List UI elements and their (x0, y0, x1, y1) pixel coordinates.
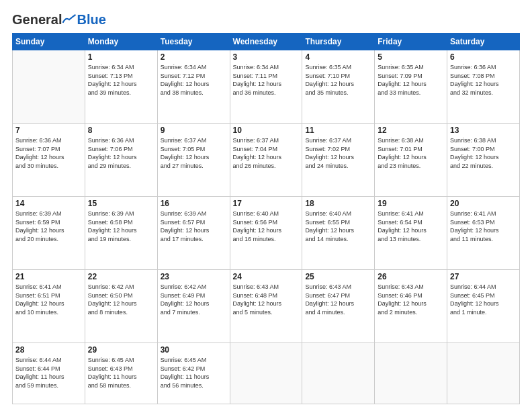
day-info: Sunrise: 6:44 AM Sunset: 6:44 PM Dayligh… (15, 356, 82, 390)
weekday-header-tuesday: Tuesday (157, 34, 230, 50)
day-info: Sunrise: 6:43 AM Sunset: 6:47 PM Dayligh… (305, 283, 371, 316)
calendar-cell: 27Sunrise: 6:44 AM Sunset: 6:45 PM Dayli… (447, 270, 520, 343)
calendar-cell: 29Sunrise: 6:45 AM Sunset: 6:43 PM Dayli… (85, 343, 157, 404)
day-number: 14 (15, 199, 82, 208)
day-info: Sunrise: 6:39 AM Sunset: 6:58 PM Dayligh… (88, 210, 154, 243)
day-number: 6 (450, 52, 517, 62)
calendar-cell: 14Sunrise: 6:39 AM Sunset: 6:59 PM Dayli… (13, 197, 85, 270)
weekday-header-sunday: Sunday (13, 34, 85, 50)
day-info: Sunrise: 6:42 AM Sunset: 6:50 PM Dayligh… (88, 283, 154, 316)
calendar-cell: 7Sunrise: 6:36 AM Sunset: 7:07 PM Daylig… (13, 124, 85, 197)
day-number: 30 (161, 345, 227, 355)
day-info: Sunrise: 6:43 AM Sunset: 6:46 PM Dayligh… (378, 283, 444, 316)
calendar-cell: 15Sunrise: 6:39 AM Sunset: 6:58 PM Dayli… (85, 197, 157, 270)
calendar-cell: 21Sunrise: 6:41 AM Sunset: 6:51 PM Dayli… (13, 270, 85, 343)
day-number: 24 (233, 272, 300, 281)
day-number: 28 (15, 345, 82, 355)
calendar-cell: 4Sunrise: 6:35 AM Sunset: 7:10 PM Daylig… (302, 50, 375, 124)
day-number: 7 (15, 126, 82, 135)
week-row-2: 7Sunrise: 6:36 AM Sunset: 7:07 PM Daylig… (13, 124, 520, 197)
day-info: Sunrise: 6:40 AM Sunset: 6:55 PM Dayligh… (305, 210, 371, 243)
day-info: Sunrise: 6:40 AM Sunset: 6:56 PM Dayligh… (233, 210, 300, 243)
calendar-cell: 17Sunrise: 6:40 AM Sunset: 6:56 PM Dayli… (230, 197, 302, 270)
weekday-header-wednesday: Wednesday (230, 34, 302, 50)
logo: GeneralBlue (12, 12, 106, 28)
day-info: Sunrise: 6:38 AM Sunset: 7:00 PM Dayligh… (450, 136, 517, 170)
calendar-cell: 1Sunrise: 6:34 AM Sunset: 7:13 PM Daylig… (85, 50, 157, 124)
day-info: Sunrise: 6:35 AM Sunset: 7:09 PM Dayligh… (378, 63, 444, 97)
day-number: 4 (305, 52, 371, 62)
calendar-cell: 3Sunrise: 6:34 AM Sunset: 7:11 PM Daylig… (230, 50, 302, 124)
day-number: 11 (305, 126, 371, 135)
weekday-header-row: SundayMondayTuesdayWednesdayThursdayFrid… (13, 34, 520, 50)
calendar-cell: 25Sunrise: 6:43 AM Sunset: 6:47 PM Dayli… (302, 270, 375, 343)
calendar-cell: 30Sunrise: 6:45 AM Sunset: 6:42 PM Dayli… (157, 343, 230, 404)
week-row-3: 14Sunrise: 6:39 AM Sunset: 6:59 PM Dayli… (13, 197, 520, 270)
day-number: 20 (450, 199, 517, 208)
day-number: 29 (88, 345, 154, 355)
calendar-cell: 28Sunrise: 6:44 AM Sunset: 6:44 PM Dayli… (13, 343, 85, 404)
day-info: Sunrise: 6:45 AM Sunset: 6:42 PM Dayligh… (161, 356, 227, 390)
calendar-cell (302, 343, 375, 404)
calendar-cell: 6Sunrise: 6:36 AM Sunset: 7:08 PM Daylig… (447, 50, 520, 124)
calendar-cell: 22Sunrise: 6:42 AM Sunset: 6:50 PM Dayli… (85, 270, 157, 343)
day-info: Sunrise: 6:36 AM Sunset: 7:07 PM Dayligh… (15, 136, 82, 170)
day-info: Sunrise: 6:37 AM Sunset: 7:04 PM Dayligh… (233, 136, 300, 170)
calendar-cell: 16Sunrise: 6:39 AM Sunset: 6:57 PM Dayli… (157, 197, 230, 270)
day-info: Sunrise: 6:34 AM Sunset: 7:12 PM Dayligh… (161, 63, 227, 97)
calendar-cell: 26Sunrise: 6:43 AM Sunset: 6:46 PM Dayli… (375, 270, 447, 343)
logo-blue-text: Blue (77, 12, 105, 28)
calendar-cell: 5Sunrise: 6:35 AM Sunset: 7:09 PM Daylig… (375, 50, 447, 124)
day-info: Sunrise: 6:37 AM Sunset: 7:02 PM Dayligh… (305, 136, 371, 170)
day-info: Sunrise: 6:36 AM Sunset: 7:06 PM Dayligh… (88, 136, 154, 170)
day-number: 16 (161, 199, 227, 208)
logo-icon (62, 13, 77, 28)
weekday-header-monday: Monday (85, 34, 157, 50)
day-number: 3 (233, 52, 300, 62)
weekday-header-saturday: Saturday (447, 34, 520, 50)
day-info: Sunrise: 6:35 AM Sunset: 7:10 PM Dayligh… (305, 63, 371, 97)
week-row-4: 21Sunrise: 6:41 AM Sunset: 6:51 PM Dayli… (13, 270, 520, 343)
day-info: Sunrise: 6:38 AM Sunset: 7:01 PM Dayligh… (378, 136, 444, 170)
day-number: 13 (450, 126, 517, 135)
day-number: 9 (161, 126, 227, 135)
day-number: 26 (378, 272, 444, 281)
week-row-1: 1Sunrise: 6:34 AM Sunset: 7:13 PM Daylig… (13, 50, 520, 124)
day-number: 10 (233, 126, 300, 135)
calendar-cell: 11Sunrise: 6:37 AM Sunset: 7:02 PM Dayli… (302, 124, 375, 197)
day-info: Sunrise: 6:39 AM Sunset: 6:59 PM Dayligh… (15, 210, 82, 243)
calendar-cell (230, 343, 302, 404)
day-info: Sunrise: 6:41 AM Sunset: 6:54 PM Dayligh… (378, 210, 444, 243)
calendar-cell: 12Sunrise: 6:38 AM Sunset: 7:01 PM Dayli… (375, 124, 447, 197)
calendar-cell (375, 343, 447, 404)
calendar-table: SundayMondayTuesdayWednesdayThursdayFrid… (12, 33, 520, 404)
day-info: Sunrise: 6:41 AM Sunset: 6:51 PM Dayligh… (15, 283, 82, 316)
day-number: 15 (88, 199, 154, 208)
calendar-cell: 18Sunrise: 6:40 AM Sunset: 6:55 PM Dayli… (302, 197, 375, 270)
day-number: 5 (378, 52, 444, 62)
day-number: 8 (88, 126, 154, 135)
calendar-cell: 9Sunrise: 6:37 AM Sunset: 7:05 PM Daylig… (157, 124, 230, 197)
day-info: Sunrise: 6:42 AM Sunset: 6:49 PM Dayligh… (161, 283, 227, 316)
calendar-cell: 19Sunrise: 6:41 AM Sunset: 6:54 PM Dayli… (375, 197, 447, 270)
day-info: Sunrise: 6:39 AM Sunset: 6:57 PM Dayligh… (161, 210, 227, 243)
day-number: 2 (161, 52, 227, 62)
calendar-cell: 20Sunrise: 6:41 AM Sunset: 6:53 PM Dayli… (447, 197, 520, 270)
day-info: Sunrise: 6:37 AM Sunset: 7:05 PM Dayligh… (161, 136, 227, 170)
calendar-cell: 13Sunrise: 6:38 AM Sunset: 7:00 PM Dayli… (447, 124, 520, 197)
day-number: 12 (378, 126, 444, 135)
week-row-5: 28Sunrise: 6:44 AM Sunset: 6:44 PM Dayli… (13, 343, 520, 404)
calendar-cell (447, 343, 520, 404)
day-number: 1 (88, 52, 154, 62)
day-number: 18 (305, 199, 371, 208)
weekday-header-thursday: Thursday (302, 34, 375, 50)
day-info: Sunrise: 6:44 AM Sunset: 6:45 PM Dayligh… (450, 283, 517, 316)
day-info: Sunrise: 6:36 AM Sunset: 7:08 PM Dayligh… (450, 63, 517, 97)
day-number: 25 (305, 272, 371, 281)
day-number: 21 (15, 272, 82, 281)
day-number: 19 (378, 199, 444, 208)
day-number: 17 (233, 199, 300, 208)
calendar-cell (13, 50, 85, 124)
calendar-cell: 10Sunrise: 6:37 AM Sunset: 7:04 PM Dayli… (230, 124, 302, 197)
day-info: Sunrise: 6:43 AM Sunset: 6:48 PM Dayligh… (233, 283, 300, 316)
